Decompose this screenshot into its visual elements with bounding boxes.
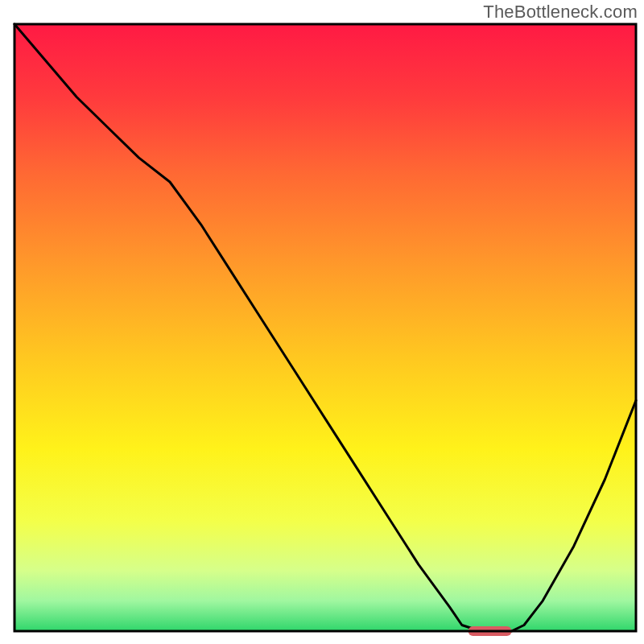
chart-canvas <box>0 0 644 644</box>
watermark-text: TheBottleneck.com <box>483 2 638 23</box>
chart-background <box>14 24 636 631</box>
bottleneck-chart: TheBottleneck.com <box>0 0 644 644</box>
